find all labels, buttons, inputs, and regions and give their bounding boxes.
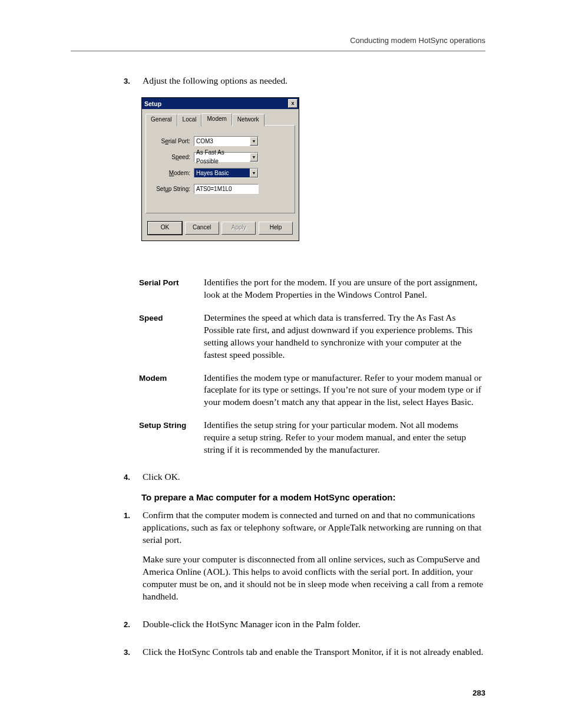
page-number: 283 (472, 688, 485, 699)
step-text: Adjust the following options as needed. (143, 75, 485, 87)
definition-term: Modem (139, 372, 204, 409)
mac-step: 2.Double-click the HotSync Manager icon … (71, 618, 485, 638)
step-number: 3. (124, 646, 143, 666)
step-body: Click the HotSync Controls tab and enabl… (143, 646, 485, 666)
step-body: Confirm that the computer modem is conne… (143, 509, 485, 610)
tab-network[interactable]: Network (232, 114, 265, 126)
step-text: Make sure your computer is disconnected … (143, 554, 485, 603)
speed-value: As Fast As Possible (194, 148, 250, 166)
step-text: Click OK. (143, 471, 485, 483)
label-setup-string: Setup String: (152, 185, 194, 193)
serial-port-combo[interactable]: COM3 ▼ (194, 136, 259, 146)
step-body: Double-click the HotSync Manager icon in… (143, 618, 485, 638)
definition-description: Determines the speed at which data is tr… (204, 312, 485, 361)
tab-panel: Serial Port: COM3 ▼ Speed: As Fast As Po… (146, 125, 295, 213)
label-serial-port: Serial Port: (152, 137, 194, 146)
definition-term: Speed (139, 312, 204, 361)
definition-description: Identifies the modem type or manufacture… (204, 372, 485, 409)
speed-combo[interactable]: As Fast As Possible ▼ (194, 152, 259, 162)
label-speed: Speed: (152, 153, 194, 162)
definition-description: Identifies the port for the modem. If yo… (204, 276, 485, 301)
tab-strip: General Local Modem Network (142, 109, 299, 125)
serial-port-value: COM3 (194, 137, 250, 146)
modem-value: Hayes Basic (194, 169, 250, 177)
setup-dialog: Setup x General Local Modem Network Seri… (141, 97, 299, 241)
definition-term: Serial Port (139, 276, 204, 301)
apply-button: Apply (222, 222, 256, 235)
definition-row: SpeedDetermines the speed at which data … (139, 312, 485, 361)
definition-row: Setup StringIdentifies the setup string … (139, 419, 485, 456)
dialog-title: Setup (144, 100, 161, 108)
running-header: Conducting modem HotSync operations (71, 35, 485, 46)
header-rule (71, 51, 485, 51)
mac-step: 1.Confirm that the computer modem is con… (71, 509, 485, 610)
step-number: 3. (124, 75, 143, 87)
mac-step: 3.Click the HotSync Controls tab and ena… (71, 646, 485, 666)
definition-term: Setup String (139, 419, 204, 456)
setup-string-input[interactable]: ATS0=1M1L0 (194, 184, 259, 194)
step-text: Double-click the HotSync Manager icon in… (143, 618, 485, 631)
help-button[interactable]: Help (259, 222, 293, 235)
modem-combo[interactable]: Hayes Basic ▼ (194, 168, 259, 178)
cancel-button[interactable]: Cancel (185, 222, 219, 235)
chevron-down-icon[interactable]: ▼ (250, 169, 258, 177)
tab-local[interactable]: Local (177, 114, 202, 126)
step-number: 4. (124, 471, 143, 483)
chevron-down-icon[interactable]: ▼ (250, 137, 258, 146)
step-number: 1. (124, 509, 143, 610)
dialog-titlebar: Setup x (142, 98, 299, 109)
definition-description: Identifies the setup string for your par… (204, 419, 485, 456)
step-text: Click the HotSync Controls tab and enabl… (143, 646, 485, 658)
label-modem: Modem: (152, 169, 194, 177)
ok-button[interactable]: OK (148, 222, 182, 235)
definition-list: Serial PortIdentifies the port for the m… (139, 276, 485, 456)
tab-general[interactable]: General (146, 114, 177, 126)
definition-row: ModemIdentifies the modem type or manufa… (139, 372, 485, 409)
chevron-down-icon[interactable]: ▼ (250, 153, 258, 162)
step-number: 2. (124, 618, 143, 638)
step-4: 4. Click OK. (71, 471, 485, 483)
close-icon[interactable]: x (288, 99, 297, 108)
sub-heading: To prepare a Mac computer for a modem Ho… (141, 492, 485, 503)
step-text: Confirm that the computer modem is conne… (143, 509, 485, 546)
definition-row: Serial PortIdentifies the port for the m… (139, 276, 485, 301)
step-3: 3. Adjust the following options as neede… (71, 75, 485, 87)
tab-modem[interactable]: Modem (201, 113, 232, 126)
